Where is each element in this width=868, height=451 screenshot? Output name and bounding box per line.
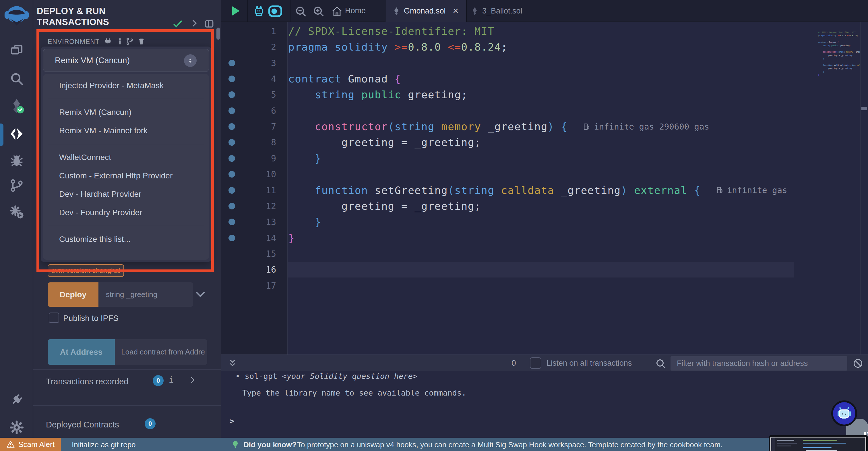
gutter-row[interactable]: 13 — [221, 214, 288, 230]
git-init-button[interactable]: Initialize as git repo — [72, 440, 136, 449]
env-option[interactable]: Injected Provider - MetaMask — [43, 77, 209, 95]
deploy-button[interactable]: Deploy — [48, 282, 98, 307]
breakpoint-dot-icon[interactable] — [228, 123, 235, 130]
home-icon[interactable] — [331, 6, 343, 19]
breakpoint-dot-icon[interactable] — [228, 171, 235, 177]
environment-select[interactable]: Remix VM (Cancun) — [43, 49, 209, 72]
env-option[interactable]: Remix VM (Cancun) — [43, 103, 209, 121]
rail-debugger-icon[interactable] — [0, 149, 33, 172]
terminal-search-icon[interactable] — [655, 358, 666, 371]
gutter-row[interactable]: 1 — [221, 23, 288, 39]
breakpoint-dot-icon[interactable] — [228, 235, 235, 241]
rail-plugin-manager-icon[interactable] — [0, 200, 33, 224]
at-address-input[interactable] — [115, 339, 207, 365]
gutter-row[interactable]: 16 — [221, 262, 288, 278]
env-option[interactable]: WalletConnect — [43, 148, 209, 167]
gutter-row[interactable]: 12 — [221, 198, 288, 214]
rail-settings-icon[interactable] — [0, 416, 33, 439]
line-number: 16 — [266, 264, 276, 275]
gutter-row[interactable]: 10 — [221, 166, 288, 182]
publish-ipfs-checkbox[interactable] — [49, 313, 59, 323]
constructor-arg-input[interactable] — [98, 282, 193, 307]
terminal-output[interactable]: • sol-gpt <your Solidity question here> … — [221, 371, 868, 438]
rail-solidity-compiler-icon[interactable] — [0, 94, 33, 117]
menu-divider — [48, 99, 205, 99]
listen-transactions-label: Listen on all transactions — [547, 359, 632, 368]
scam-alert-button[interactable]: Scam Alert — [0, 438, 61, 451]
env-option[interactable]: Dev - Foundry Provider — [43, 203, 209, 222]
editor-scrollbar-thumb[interactable] — [861, 107, 867, 110]
solidity-file-icon — [393, 7, 400, 16]
breakpoint-dot-icon[interactable] — [228, 155, 235, 162]
line-number: 9 — [271, 153, 276, 164]
evm-version-pill[interactable]: evm version: shanghai — [48, 264, 124, 277]
fork-state-icon[interactable] — [126, 37, 134, 47]
listen-transactions-checkbox[interactable] — [530, 357, 541, 369]
did-you-know-label: Did you know? — [243, 440, 297, 449]
gutter-row[interactable]: 9 — [221, 150, 288, 166]
expand-deploy-chevron-icon[interactable] — [194, 288, 207, 302]
env-option[interactable]: Customize this list... — [43, 230, 209, 249]
ai-robot-icon[interactable] — [252, 5, 266, 20]
breakpoint-dot-icon[interactable] — [228, 139, 235, 146]
gutter-row[interactable]: 4 — [221, 71, 288, 87]
ai-assistant-fab[interactable] — [831, 400, 857, 426]
tab-ballot[interactable]: 3_Ballot.sol — [464, 0, 530, 22]
terminal-tx-count: 0 — [512, 359, 516, 368]
screen-share-thumbnail[interactable] — [769, 435, 868, 451]
tab-close-icon[interactable]: ✕ — [453, 7, 459, 16]
rail-file-explorer-icon[interactable] — [0, 39, 33, 62]
rail-search-icon[interactable] — [0, 67, 33, 90]
breakpoint-dot-icon[interactable] — [228, 219, 235, 225]
line-number: 1 — [271, 26, 276, 36]
gutter-row[interactable]: 15 — [221, 246, 288, 262]
terminal-line: • sol-gpt <your Solidity question here> — [236, 372, 417, 380]
gutter-row[interactable]: 2 — [221, 39, 288, 55]
breakpoint-dot-icon[interactable] — [228, 76, 235, 82]
run-script-icon[interactable] — [228, 4, 242, 19]
info-icon[interactable] — [116, 37, 124, 47]
active-plugin-indicator — [0, 123, 3, 146]
zoom-out-icon[interactable] — [294, 5, 307, 19]
gutter-row[interactable]: 5 — [221, 87, 288, 103]
panel-scrollbar[interactable] — [216, 28, 220, 40]
zoom-in-icon[interactable] — [312, 5, 325, 19]
pin-panel-chevron-icon[interactable] — [189, 19, 199, 29]
transactions-info-icon[interactable]: i — [169, 375, 174, 385]
rail-deploy-run-icon[interactable] — [0, 122, 33, 145]
breakpoint-dot-icon[interactable] — [228, 91, 235, 98]
breakpoint-dot-icon[interactable] — [228, 107, 235, 114]
gutter-row[interactable]: 14 — [221, 230, 288, 246]
split-view-icon[interactable] — [204, 19, 215, 30]
gutter-row[interactable]: 11 — [221, 182, 288, 198]
ai-copilot-toggle-icon[interactable] — [268, 5, 282, 19]
gutter-row[interactable]: 3 — [221, 55, 288, 71]
transactions-expand-chevron-icon[interactable] — [188, 376, 197, 386]
env-option[interactable]: Dev - Hardhat Provider — [43, 185, 209, 203]
clear-terminal-icon[interactable] — [852, 358, 863, 370]
minimap[interactable]: // SPDX-License-Identifier: MITpragma so… — [818, 31, 860, 103]
rail-git-icon[interactable] — [0, 174, 33, 197]
panel-title: DEPLOY & RUN TRANSACTIONS — [37, 6, 160, 28]
code-area[interactable]: // SPDX-License-Identifier: MITpragma so… — [288, 22, 794, 355]
gutter-row[interactable]: 8 — [221, 135, 288, 150]
plug-icon[interactable] — [104, 37, 112, 47]
breakpoint-dot-icon[interactable] — [228, 203, 235, 209]
editor-scrollbar-track[interactable] — [860, 22, 868, 355]
gutter-row[interactable]: 17 — [221, 278, 288, 293]
env-option[interactable]: Custom - External Http Provider — [43, 167, 209, 185]
gutter-row[interactable]: 7 — [221, 119, 288, 135]
rail-plugin-connect-icon[interactable] — [0, 388, 33, 411]
breakpoint-dot-icon[interactable] — [228, 60, 235, 66]
gutter-row[interactable]: 6 — [221, 103, 288, 119]
rail-remix-logo[interactable] — [0, 5, 33, 28]
tab-gmonad[interactable]: Gmonad.sol ✕ — [385, 0, 467, 22]
home-tab-label[interactable]: Home — [345, 6, 366, 15]
at-address-button[interactable]: At Address — [48, 339, 115, 365]
trash-icon[interactable] — [137, 37, 145, 47]
env-option[interactable]: Remix VM - Mainnet fork — [43, 121, 209, 140]
collapse-terminal-icon[interactable] — [227, 357, 238, 370]
breakpoint-dot-icon[interactable] — [228, 187, 235, 194]
code-line: greeting = _greeting; — [288, 198, 794, 214]
transaction-filter-input[interactable] — [671, 356, 847, 371]
